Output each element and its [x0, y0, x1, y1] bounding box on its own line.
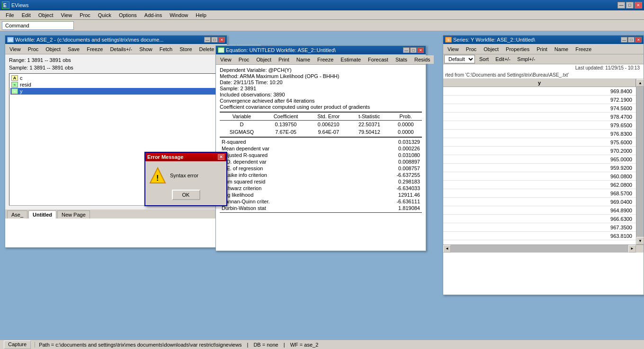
- menu-edit[interactable]: Edit: [18, 11, 35, 19]
- command-input[interactable]: [2, 21, 74, 30]
- app-title-bar: E EViews — □ ✕: [0, 0, 644, 10]
- workfile-item-y[interactable]: ≈ y: [10, 88, 222, 95]
- series-btn-object[interactable]: Object: [480, 45, 502, 53]
- equation-window: ≈ Equation: UNTITLED Workfile: ASE_2::Un…: [215, 45, 426, 251]
- wf-btn-save[interactable]: Save: [64, 45, 83, 53]
- eq-coeff-cov: Coefficient covariance computed using ou…: [220, 104, 422, 110]
- eq-btn-print[interactable]: Print: [275, 55, 293, 64]
- wf-btn-proc[interactable]: Proc: [25, 45, 42, 53]
- series-minimize[interactable]: —: [621, 37, 627, 43]
- equation-maximize[interactable]: □: [410, 47, 417, 53]
- series-btn-name[interactable]: Name: [551, 45, 572, 53]
- wf-btn-store[interactable]: Store: [176, 45, 195, 53]
- series-btn-view[interactable]: View: [444, 45, 462, 53]
- error-title-bar[interactable]: Error Message ✕: [145, 153, 226, 161]
- series-btn-edit[interactable]: Edit+/-: [492, 55, 514, 63]
- menu-window[interactable]: Window: [166, 11, 192, 19]
- item-name-y: y: [20, 88, 23, 94]
- equation-minimize[interactable]: —: [403, 47, 410, 53]
- series-btn-properties[interactable]: Properties: [502, 45, 533, 53]
- eq-stat-label: Durbin-Watson stat: [220, 205, 321, 211]
- series-cell-value: 967.3500: [443, 225, 636, 230]
- workfile-title-bar[interactable]: W Workfile: ASE_2 - (c:\documents and se…: [5, 35, 227, 44]
- item-icon-y: ≈: [11, 88, 18, 94]
- eq-stat-value: [321, 211, 422, 212]
- eq-stat-label: Sum squared resid: [220, 178, 321, 185]
- status-path: Path = c:\documents and settings\trix\me…: [39, 342, 242, 348]
- series-row: 959.9200: [443, 164, 636, 172]
- series-btn-proc[interactable]: Proc: [463, 45, 480, 53]
- series-title-bar[interactable]: S Series: Y Workfile: ASE_2::Untitled\ —…: [443, 35, 644, 44]
- workfile-maximize[interactable]: □: [211, 37, 218, 43]
- menu-quick[interactable]: Quick: [94, 11, 115, 19]
- equation-close[interactable]: ✕: [417, 47, 424, 53]
- menu-file[interactable]: File: [2, 11, 18, 19]
- series-scroll-down[interactable]: ▼: [636, 237, 644, 244]
- series-maximize[interactable]: □: [628, 37, 635, 43]
- error-close-btn[interactable]: ✕: [218, 154, 224, 160]
- eq-date: Date: 29/11/15 Time: 10:20: [220, 79, 422, 85]
- tab-newpage[interactable]: New Page: [57, 210, 90, 218]
- eq-btn-freeze[interactable]: Freeze: [314, 55, 337, 64]
- eq-cell-value: 0.0000: [390, 128, 422, 136]
- equation-title-bar[interactable]: ≈ Equation: UNTITLED Workfile: ASE_2::Un…: [216, 46, 426, 54]
- series-cell-value: 979.6500: [443, 122, 636, 128]
- status-wf: WF = ase_2: [290, 342, 319, 348]
- eq-btn-estimate[interactable]: Estimate: [337, 55, 364, 64]
- menu-view[interactable]: View: [57, 11, 76, 19]
- wf-btn-fetch[interactable]: Fetch: [156, 45, 176, 53]
- maximize-btn[interactable]: □: [626, 2, 634, 9]
- eq-stat-label: Schwarz criterion: [220, 185, 321, 192]
- minimize-btn[interactable]: —: [617, 2, 625, 9]
- eq-stat-label: Akaike info criterion: [220, 172, 321, 178]
- status-separator1: |: [247, 342, 248, 348]
- eq-btn-proc[interactable]: Proc: [235, 55, 253, 64]
- series-scroll-up[interactable]: ▲: [636, 79, 644, 87]
- error-ok-button[interactable]: OK: [172, 190, 200, 200]
- workfile-item-resid[interactable]: ≈ resid: [10, 81, 222, 88]
- series-row: 972.1900: [443, 96, 636, 104]
- eq-btn-name[interactable]: Name: [293, 55, 313, 64]
- eq-btn-forecast[interactable]: Forecast: [365, 55, 392, 64]
- series-cell-value: 965.0000: [443, 157, 636, 162]
- eq-btn-resids[interactable]: Resids: [411, 55, 434, 64]
- eq-btn-stats[interactable]: Stats: [392, 55, 411, 64]
- series-format-dropdown[interactable]: Default: [444, 55, 475, 63]
- menu-help[interactable]: Help: [192, 11, 210, 19]
- eq-btn-object[interactable]: Object: [253, 55, 275, 64]
- eq-dep-var: Dependent Variable: @PCH(Y): [220, 67, 422, 73]
- series-btn-print[interactable]: Print: [533, 45, 551, 53]
- item-name-c: c: [20, 75, 23, 81]
- eq-stat-value: -6.637255: [321, 172, 422, 178]
- series-scroll-right[interactable]: ►: [628, 245, 636, 253]
- tab-untitled[interactable]: Untitled: [28, 210, 56, 218]
- series-window: S Series: Y Workfile: ASE_2::Untitled\ —…: [443, 35, 644, 295]
- series-close[interactable]: ✕: [635, 37, 642, 43]
- wf-btn-view[interactable]: View: [6, 45, 24, 53]
- wf-btn-show[interactable]: Show: [136, 45, 156, 53]
- eq-col-prob: Prob.: [390, 112, 422, 121]
- menu-proc[interactable]: Proc: [76, 11, 94, 19]
- wf-btn-object[interactable]: Object: [42, 45, 64, 53]
- series-scroll-left[interactable]: ◄: [443, 245, 451, 253]
- workfile-close[interactable]: ✕: [218, 37, 225, 43]
- capture-button[interactable]: Capture: [4, 340, 31, 349]
- series-cell-value: 972.1900: [443, 97, 636, 103]
- tab-ase[interactable]: Ase_: [7, 210, 27, 218]
- wf-btn-details[interactable]: Details+/-: [107, 45, 135, 53]
- close-btn[interactable]: ✕: [635, 2, 642, 9]
- workfile-item-c[interactable]: A c: [10, 75, 222, 81]
- wf-btn-delete[interactable]: Delete: [196, 45, 218, 53]
- menu-options[interactable]: Options: [115, 11, 141, 19]
- wf-btn-freeze[interactable]: Freeze: [83, 45, 106, 53]
- series-btn-freeze[interactable]: Freeze: [572, 45, 595, 53]
- eq-stat-value: 12911.46: [321, 192, 422, 198]
- eq-stat-label: S.D. dependent var: [220, 158, 321, 165]
- eq-btn-view[interactable]: View: [217, 55, 235, 64]
- eq-stat-label: Mean dependent var: [220, 145, 321, 152]
- workfile-minimize[interactable]: —: [204, 37, 211, 43]
- menu-object[interactable]: Object: [35, 11, 57, 19]
- series-btn-smpl[interactable]: Smpl+/-: [514, 55, 538, 63]
- series-btn-sort[interactable]: Sort: [476, 55, 492, 63]
- menu-addins[interactable]: Add-ins: [141, 11, 166, 19]
